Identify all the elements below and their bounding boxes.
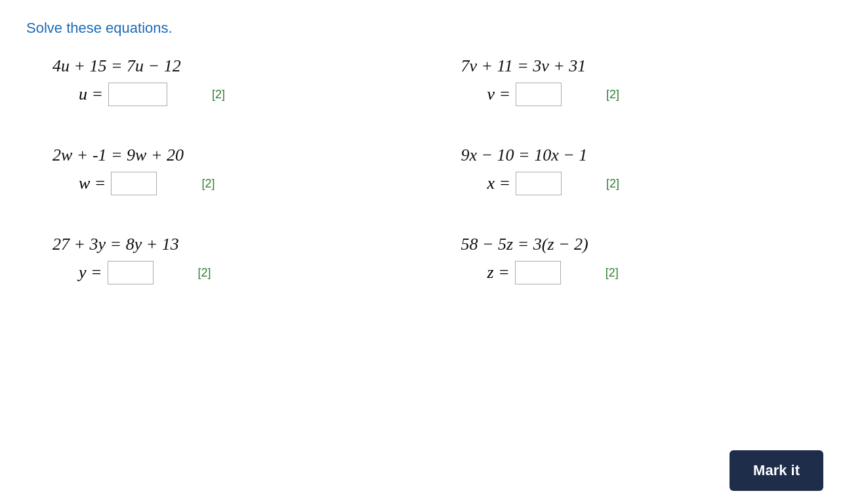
equation-text-1: 4u + 15 = 7u − 12 [26,56,409,76]
equation-block-3: 2w + -1 = 9w + 20 w = [2] [26,145,409,195]
equation-text-4: 9x − 10 = 10x − 1 [435,145,817,165]
mark-it-button[interactable]: Mark it [730,450,823,491]
variable-label-3: w = [79,174,106,193]
equation-block-1: 4u + 15 = 7u − 12 u = [2] [26,56,409,106]
equation-text-3: 2w + -1 = 9w + 20 [26,145,409,165]
answer-line-1: u = [2] [26,83,409,106]
answer-line-3: w = [2] [26,172,409,195]
variable-label-2: v = [487,85,511,104]
equation-text-5: 27 + 3y = 8y + 13 [26,235,409,254]
equation-block-6: 58 − 5z = 3(z − 2) z = [2] [435,235,817,284]
answer-line-4: x = [2] [435,172,817,195]
equation-text-2: 7v + 11 = 3v + 31 [435,56,817,76]
w-input[interactable] [111,172,157,195]
answer-line-5: y = [2] [26,261,409,284]
answer-line-2: v = [2] [435,83,817,106]
variable-label-4: x = [487,174,511,193]
x-input[interactable] [516,172,562,195]
variable-label-1: u = [79,85,103,104]
marks-6: [2] [606,266,619,280]
equation-block-4: 9x − 10 = 10x − 1 x = [2] [435,145,817,195]
answer-line-6: z = [2] [435,261,817,284]
equation-block-5: 27 + 3y = 8y + 13 y = [2] [26,235,409,284]
z-input[interactable] [515,261,561,284]
v-input[interactable] [516,83,562,106]
marks-4: [2] [606,177,619,191]
equations-grid: 4u + 15 = 7u − 12 u = [2] 7v + 11 = 3v +… [26,56,817,284]
u-input[interactable] [108,83,167,106]
equation-text-6: 58 − 5z = 3(z − 2) [435,235,817,254]
marks-2: [2] [606,88,619,102]
marks-5: [2] [198,266,211,280]
marks-3: [2] [201,177,215,191]
variable-label-5: y = [79,263,102,282]
variable-label-6: z = [487,263,510,282]
y-input[interactable] [108,261,154,284]
page-title: Solve these equations. [26,20,817,37]
equation-block-2: 7v + 11 = 3v + 31 v = [2] [435,56,817,106]
marks-1: [2] [212,88,225,102]
